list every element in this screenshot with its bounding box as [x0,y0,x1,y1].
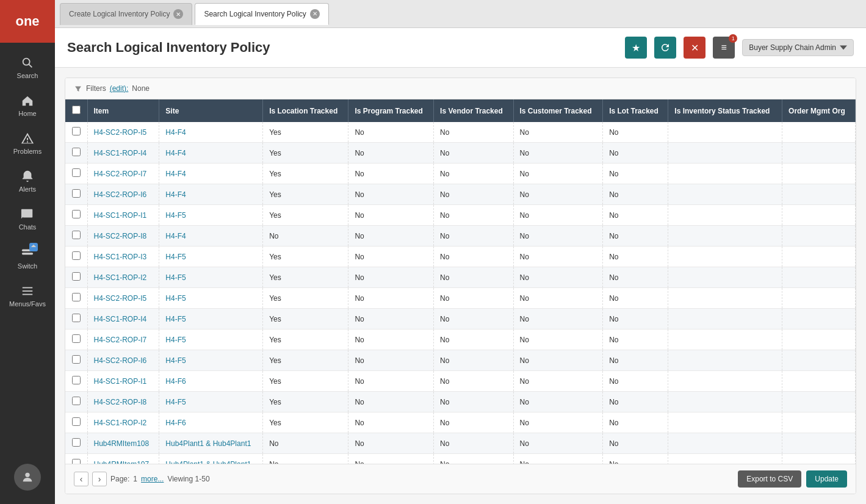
tab-create[interactable]: Create Logical Inventory Policy ✕ [60,3,192,25]
row-item[interactable]: H4-SC2-ROP-I8 [87,392,159,412]
row-is-program-tracked: No [348,350,434,371]
header-is-location-tracked[interactable]: Is Location Tracked [263,99,348,122]
row-item[interactable]: H4-SC1-ROP-I4 [87,309,159,329]
row-site[interactable]: H4-F5 [159,247,263,267]
row-site[interactable]: Hub4Plant1 & Hub4Plant1 [159,454,263,464]
row-checkbox[interactable] [72,334,81,343]
page-title: Search Logical Inventory Policy [67,40,618,56]
row-is-lot-tracked: No [603,392,668,412]
refresh-button[interactable] [654,37,676,59]
row-checkbox[interactable] [72,376,81,384]
row-checkbox[interactable] [72,438,81,447]
app-logo[interactable]: one [0,0,55,43]
row-item[interactable]: H4-SC2-ROP-I5 [87,288,159,309]
filters-edit-link[interactable]: (edit): [110,84,129,93]
row-site[interactable]: H4-F4 [159,122,263,143]
star-button[interactable]: ★ [625,37,647,59]
row-item[interactable]: Hub4RMItem108 [87,433,159,454]
row-checkbox[interactable] [72,417,81,426]
row-checkbox[interactable] [72,272,81,281]
row-checkbox[interactable] [72,251,81,260]
header-is-inventory-status-tracked[interactable]: Is Inventory Status Tracked [668,99,782,122]
user-avatar[interactable] [0,456,55,498]
sidebar-item-menus[interactable]: Menus/Favs [0,277,55,315]
row-site[interactable]: H4-F5 [159,392,263,412]
row-item[interactable]: Hub4RMItem107 [87,454,159,464]
row-is-inventory-status-tracked [668,143,782,164]
row-site[interactable]: H4-F5 [159,267,263,288]
sidebar-item-switch[interactable]: Switch [0,238,55,277]
row-site[interactable]: H4-F4 [159,226,263,247]
sidebar-item-home[interactable]: Home [0,87,55,124]
row-checkbox[interactable] [72,355,81,364]
header-order-mgmt-org[interactable]: Order Mgmt Org [782,99,856,122]
row-item[interactable]: H4-SC1-ROP-I2 [87,267,159,288]
close-button[interactable]: ✕ [684,37,705,59]
header-is-vendor-tracked[interactable]: Is Vendor Tracked [434,99,513,122]
row-checkbox[interactable] [72,231,81,239]
tab-create-close[interactable]: ✕ [173,9,183,19]
row-site[interactable]: H4-F5 [159,309,263,329]
row-site[interactable]: H4-F6 [159,412,263,433]
row-site[interactable]: H4-F5 [159,350,263,371]
sidebar-item-search[interactable]: Search [0,49,55,87]
row-item[interactable]: H4-SC2-ROP-I8 [87,226,159,247]
row-item[interactable]: H4-SC2-ROP-I6 [87,350,159,371]
table-row: H4-SC2-ROP-I7 H4-F5 Yes No No No No [65,329,856,350]
row-checkbox[interactable] [72,459,81,464]
sidebar-item-alerts[interactable]: Alerts [0,162,55,200]
row-checkbox[interactable] [72,189,81,198]
footer-buttons: Export to CSV Update [738,470,847,488]
header-item[interactable]: Item [87,99,159,122]
row-item[interactable]: H4-SC1-ROP-I1 [87,371,159,392]
row-site[interactable]: H4-F5 [159,329,263,350]
row-item[interactable]: H4-SC2-ROP-I7 [87,164,159,184]
export-csv-button[interactable]: Export to CSV [738,470,801,488]
tab-search-close[interactable]: ✕ [310,9,320,19]
row-site[interactable]: Hub4Plant1 & Hub4Plant1 [159,433,263,454]
row-item[interactable]: H4-SC1-ROP-I3 [87,247,159,267]
row-item[interactable]: H4-SC1-ROP-I1 [87,205,159,226]
user-dropdown[interactable]: Buyer Supply Chain Admin [742,39,854,56]
row-item[interactable]: H4-SC2-ROP-I5 [87,122,159,143]
table-row: H4-SC2-ROP-I6 H4-F4 Yes No No No No [65,184,856,205]
row-is-program-tracked: No [348,433,434,454]
row-checkbox[interactable] [72,127,81,135]
row-item[interactable]: H4-SC2-ROP-I7 [87,329,159,350]
row-site[interactable]: H4-F5 [159,205,263,226]
row-item[interactable]: H4-SC1-ROP-I4 [87,143,159,164]
row-item[interactable]: H4-SC2-ROP-I6 [87,184,159,205]
row-site[interactable]: H4-F5 [159,288,263,309]
update-button[interactable]: Update [806,470,847,488]
more-pages[interactable]: more... [141,475,164,483]
row-site[interactable]: H4-F4 [159,143,263,164]
select-all-checkbox[interactable] [72,106,81,114]
row-checkbox[interactable] [72,314,81,322]
row-is-location-tracked: Yes [263,392,348,412]
prev-page-button[interactable]: ‹ [74,472,88,486]
filter-icon [74,84,82,93]
results-panel: Filters (edit): None Item Site Is Locati [65,77,856,494]
row-item[interactable]: H4-SC1-ROP-I2 [87,412,159,433]
row-checkbox[interactable] [72,148,81,156]
row-is-program-tracked: No [348,412,434,433]
row-checkbox[interactable] [72,168,81,177]
next-page-button[interactable]: › [92,472,107,486]
row-is-inventory-status-tracked [668,433,782,454]
row-checkbox[interactable] [72,210,81,218]
header-is-customer-tracked[interactable]: Is Customer Tracked [513,99,603,122]
row-is-location-tracked: No [263,454,348,464]
row-site[interactable]: H4-F4 [159,164,263,184]
row-site[interactable]: H4-F4 [159,184,263,205]
row-site[interactable]: H4-F6 [159,371,263,392]
filters-value: None [132,84,150,93]
row-checkbox[interactable] [72,293,81,301]
row-checkbox[interactable] [72,397,81,405]
row-is-lot-tracked: No [603,433,668,454]
tab-search[interactable]: Search Logical Inventory Policy ✕ [195,3,328,25]
header-site[interactable]: Site [159,99,263,122]
header-is-lot-tracked[interactable]: Is Lot Tracked [603,99,668,122]
sidebar-item-problems[interactable]: Problems [0,124,55,162]
header-is-program-tracked[interactable]: Is Program Tracked [348,99,434,122]
sidebar-item-chats[interactable]: Chats [0,200,55,238]
